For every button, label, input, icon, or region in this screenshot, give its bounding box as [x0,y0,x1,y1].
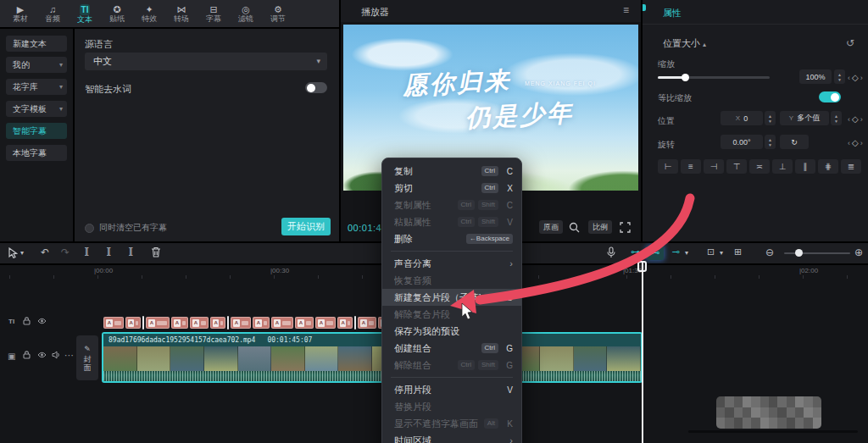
menu-item-delete[interactable]: 删除←Backspace [382,230,521,247]
position-y-stepper[interactable]: ▲▼ [831,111,842,125]
scale-value[interactable]: 100% [799,69,832,84]
position-x-field[interactable]: X0 [721,111,763,125]
menu-item-save-preset[interactable]: 保存为我的预设 [382,323,521,340]
player-menu-icon[interactable]: ≡ [623,4,629,16]
lock-icon[interactable] [23,317,31,325]
subtitle-clip[interactable]: A [210,317,225,329]
speaker-icon[interactable] [52,351,60,359]
reset-icon[interactable]: ↺ [846,37,854,49]
redo-icon[interactable]: ↷ [61,246,70,258]
select-tool-chevron-icon[interactable]: ▾ [20,249,24,257]
eye-icon[interactable] [37,318,47,324]
tab-media[interactable]: ▶素材 [5,1,36,26]
snapping-icon[interactable]: ⊞ [734,246,742,257]
subtitle-clip[interactable]: A [103,317,124,329]
zoom-in-icon[interactable]: ⊕ [854,246,863,258]
tab-audio[interactable]: ♫音频 [37,1,68,26]
cover-button[interactable]: ✎ 封面 [76,335,98,380]
zoom-out-icon[interactable]: ⊖ [765,246,774,258]
menu-item-create-group[interactable]: 创建组合CtrlG [382,340,521,357]
rotation-field[interactable]: 0.00° [721,135,763,149]
sidebar-item-smart-captions[interactable]: 智能字幕 [6,123,67,139]
scale-slider[interactable] [658,76,770,79]
tab-effects[interactable]: ✦特效 [134,1,164,26]
timeline-zoom-slider[interactable] [784,252,850,254]
linkage-icon[interactable]: ⊸ [672,246,680,257]
align-center-h-icon[interactable]: ≡ [681,159,701,174]
delete-icon[interactable] [151,246,161,257]
sidebar-item-local-captions[interactable]: 本地字幕 [6,145,67,161]
menu-item-audio-separation[interactable]: 声音分离› [382,255,521,272]
uniform-scale-toggle[interactable] [819,91,841,102]
rotation-dial[interactable]: ↻ [780,135,809,149]
align-top-icon[interactable]: ⊤ [726,159,747,174]
scale-keyframe[interactable]: ‹◇› [848,73,865,82]
scale-slider-knob[interactable] [682,74,689,81]
preview-axis-chevron-icon[interactable]: ▾ [720,249,723,257]
start-recognition-button[interactable]: 开始识别 [281,218,331,235]
clear-existing-checkbox[interactable] [85,224,94,233]
smart-filter-toggle[interactable] [305,82,327,93]
timeline-zoom-knob[interactable] [795,249,803,257]
preview-axis-icon[interactable]: ⊡ [707,246,715,257]
tab-captions[interactable]: ⊟字幕 [198,1,229,26]
subtitle-clip[interactable]: A [271,317,293,329]
linkage-chevron-icon[interactable]: ▾ [685,249,688,257]
subtitle-clip[interactable]: A [295,317,314,329]
quality-badge[interactable]: 原画 [539,220,563,234]
subtitle-clip[interactable]: A [190,317,209,329]
subtitle-clip[interactable]: A [315,317,336,329]
auto-snap-icon[interactable]: ⊷ [647,246,664,260]
rotation-stepper[interactable]: ▲▼ [765,135,776,149]
subtitle-clip[interactable]: A [171,317,188,329]
menu-item-time-range[interactable]: 时间区域› [382,432,521,443]
sidebar-item-mine[interactable]: 我的▾ [6,57,67,73]
align-bottom-icon[interactable]: ⊥ [772,159,793,174]
split-left-icon[interactable]: ][ [107,246,110,256]
position-x-stepper[interactable]: ▲▼ [765,111,776,125]
playhead[interactable] [642,263,643,443]
tab-adjust[interactable]: ⚙调节 [263,1,293,26]
distribute-v-icon[interactable]: ⋕ [818,159,838,174]
scale-stepper[interactable]: ▲▼ [834,69,845,84]
tab-transition[interactable]: ⋈转场 [166,1,197,26]
tab-text[interactable]: TI文本 [70,1,100,26]
record-voice-icon[interactable] [607,246,615,258]
align-left-icon[interactable]: ⊢ [658,159,678,174]
subtitle-clip[interactable]: A [358,317,376,329]
position-keyframe[interactable]: ‹◇› [848,114,865,124]
menu-item-cut[interactable]: 剪切CtrlX [382,180,521,197]
video-clip[interactable]: 89ad17696dadac1952954157dcaea702.mp400:0… [102,332,643,383]
align-center-v-icon[interactable]: ≍ [749,159,770,174]
main-track-magnet-icon[interactable]: ⊶ [631,246,640,257]
eye-icon[interactable] [37,352,47,358]
rotation-keyframe[interactable]: ‹◇› [848,138,865,147]
split-icon[interactable]: ][ [85,246,88,256]
sidebar-item-fancy-text[interactable]: 花字库▾ [6,79,67,95]
split-right-icon[interactable]: ][ [129,246,132,256]
ratio-badge[interactable]: 比例 [588,220,612,234]
sidebar-item-new-text[interactable]: 新建文本 [6,36,67,52]
position-y-field[interactable]: Y多个值 [780,111,829,125]
section-position-size[interactable]: 位置大小 ▴ [663,37,706,50]
playhead-handle[interactable] [637,261,647,272]
more-icon[interactable]: ⋯ [64,350,74,361]
menu-item-disable-clip[interactable]: 停用片段V [382,381,521,398]
distribute-rows-icon[interactable]: ≣ [841,159,861,174]
undo-icon[interactable]: ↶ [41,246,49,258]
menu-item-copy[interactable]: 复制CtrlC [382,163,521,180]
align-right-icon[interactable]: ⊣ [704,159,724,174]
subtitle-clip[interactable]: A [146,317,170,329]
tab-filters[interactable]: ◎滤镜 [231,1,261,26]
fullscreen-icon[interactable] [620,221,631,236]
subtitle-clip[interactable]: A [337,317,353,329]
subtitle-clip[interactable]: A [231,317,251,329]
lock-icon[interactable] [23,351,31,359]
select-tool-icon[interactable] [8,247,18,258]
subtitle-clip[interactable]: A [253,317,270,329]
sidebar-item-text-template[interactable]: 文字模板▾ [6,101,67,117]
magnifier-icon[interactable] [569,221,580,236]
language-select[interactable]: 中文▾ [85,53,327,70]
tab-properties[interactable]: 属性 [663,7,682,19]
distribute-h-icon[interactable]: ∥ [795,159,815,174]
